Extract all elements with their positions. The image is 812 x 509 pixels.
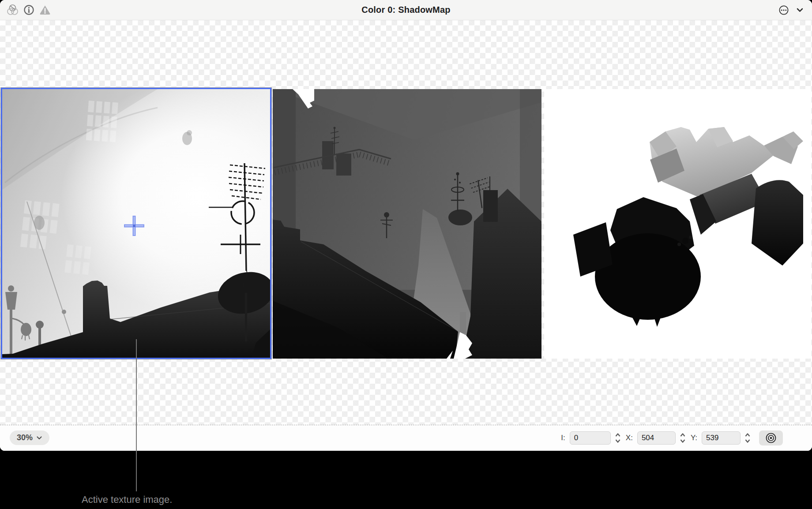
pixel-target-button[interactable] [759,430,783,445]
index-input[interactable] [570,431,611,445]
chevron-down-icon [36,435,42,441]
chevron-down-icon[interactable] [793,4,806,16]
x-label: X: [626,434,633,442]
texture-canvas: 30% I: X: [0,20,812,451]
y-input[interactable] [702,431,741,445]
texture-viewer-window: Color 0: ShadowMap [0,0,812,451]
zoom-level-dropdown[interactable]: 30% [10,430,49,445]
pixel-target-icon [765,432,777,444]
shadow-map-render-2 [273,89,541,359]
texture-image-3[interactable] [544,89,811,359]
shadow-map-render-active [2,89,270,358]
title-bar: Color 0: ShadowMap [0,0,812,20]
x-stepper[interactable] [679,431,686,445]
callout-line [136,339,137,491]
pixel-coordinate-controls: I: X: [561,430,783,445]
zoom-level-value: 30% [17,433,33,442]
index-label: I: [561,434,565,442]
page-title: Color 0: ShadowMap [0,0,812,20]
titlebar-right-controls [778,0,806,20]
x-input[interactable] [637,431,676,445]
building-cluster-topdown [573,127,803,327]
index-stepper[interactable] [614,431,621,445]
active-texture-image[interactable] [1,88,271,359]
distant-building-silhouette [2,89,192,275]
crosshair-icon [124,216,144,236]
shadow-map-render-3 [544,89,811,359]
bottom-toolbar: 30% I: X: [0,425,812,451]
screen-background: Color 0: ShadowMap [0,0,812,509]
texture-image-2[interactable] [273,89,541,359]
annotation-caption: Active texture image. [82,494,172,505]
y-stepper[interactable] [744,431,751,445]
more-options-icon[interactable] [778,4,790,16]
y-label: Y: [691,434,697,442]
